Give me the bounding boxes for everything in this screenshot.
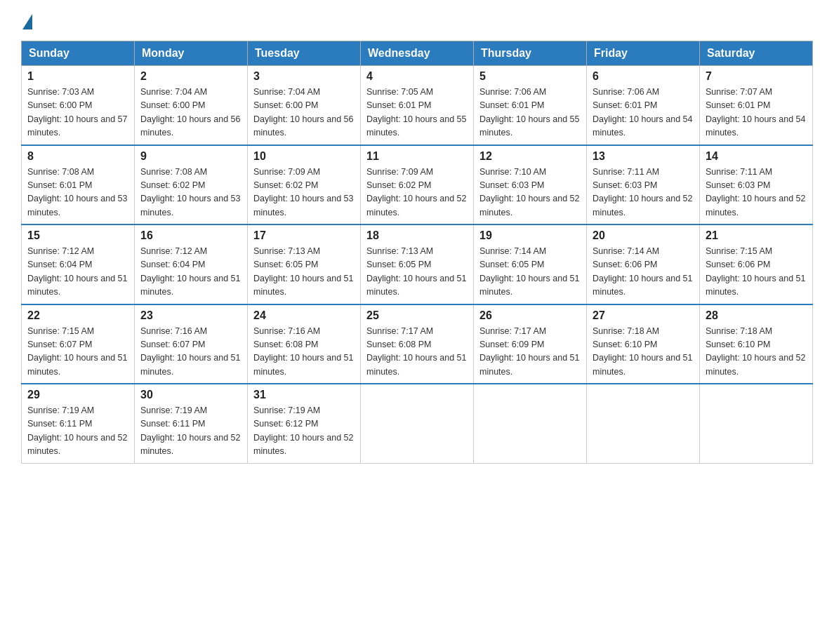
calendar-cell: 23Sunrise: 7:16 AMSunset: 6:07 PMDayligh… bbox=[135, 304, 248, 384]
calendar-cell bbox=[700, 384, 813, 463]
day-info: Sunrise: 7:10 AMSunset: 6:03 PMDaylight:… bbox=[479, 166, 581, 220]
day-number: 18 bbox=[366, 229, 468, 242]
day-number: 13 bbox=[593, 150, 694, 163]
day-info: Sunrise: 7:06 AMSunset: 6:01 PMDaylight:… bbox=[593, 86, 694, 140]
day-number: 17 bbox=[253, 229, 355, 242]
day-number: 20 bbox=[593, 229, 694, 242]
day-info: Sunrise: 7:14 AMSunset: 6:06 PMDaylight:… bbox=[593, 245, 694, 300]
calendar-week-5: 29Sunrise: 7:19 AMSunset: 6:11 PMDayligh… bbox=[22, 384, 813, 463]
day-number: 2 bbox=[140, 70, 241, 83]
calendar-cell: 30Sunrise: 7:19 AMSunset: 6:11 PMDayligh… bbox=[135, 384, 248, 463]
calendar-cell: 4Sunrise: 7:05 AMSunset: 6:01 PMDaylight… bbox=[361, 66, 474, 145]
day-info: Sunrise: 7:12 AMSunset: 6:04 PMDaylight:… bbox=[140, 245, 241, 300]
calendar-cell: 18Sunrise: 7:13 AMSunset: 6:05 PMDayligh… bbox=[361, 224, 474, 304]
day-number: 4 bbox=[366, 70, 468, 83]
calendar-week-1: 1Sunrise: 7:03 AMSunset: 6:00 PMDaylight… bbox=[22, 66, 813, 145]
calendar-week-3: 15Sunrise: 7:12 AMSunset: 6:04 PMDayligh… bbox=[22, 224, 813, 304]
calendar-cell: 19Sunrise: 7:14 AMSunset: 6:05 PMDayligh… bbox=[474, 224, 587, 304]
calendar-cell: 9Sunrise: 7:08 AMSunset: 6:02 PMDaylight… bbox=[135, 145, 248, 225]
calendar-header-row: SundayMondayTuesdayWednesdayThursdayFrid… bbox=[22, 41, 813, 66]
day-info: Sunrise: 7:11 AMSunset: 6:03 PMDaylight:… bbox=[706, 166, 807, 220]
calendar-cell: 14Sunrise: 7:11 AMSunset: 6:03 PMDayligh… bbox=[700, 145, 813, 225]
day-number: 12 bbox=[479, 150, 581, 163]
day-info: Sunrise: 7:14 AMSunset: 6:05 PMDaylight:… bbox=[479, 245, 581, 300]
day-number: 29 bbox=[27, 389, 128, 401]
page-header bbox=[21, 14, 813, 27]
calendar-cell bbox=[587, 384, 700, 463]
day-number: 19 bbox=[479, 229, 581, 242]
day-number: 23 bbox=[140, 309, 241, 322]
calendar-cell: 31Sunrise: 7:19 AMSunset: 6:12 PMDayligh… bbox=[248, 384, 361, 463]
calendar-cell: 24Sunrise: 7:16 AMSunset: 6:08 PMDayligh… bbox=[248, 304, 361, 384]
day-info: Sunrise: 7:19 AMSunset: 6:11 PMDaylight:… bbox=[27, 404, 128, 459]
day-info: Sunrise: 7:18 AMSunset: 6:10 PMDaylight:… bbox=[593, 325, 694, 380]
calendar-cell: 10Sunrise: 7:09 AMSunset: 6:02 PMDayligh… bbox=[248, 145, 361, 225]
calendar-cell: 28Sunrise: 7:18 AMSunset: 6:10 PMDayligh… bbox=[700, 304, 813, 384]
calendar-cell: 8Sunrise: 7:08 AMSunset: 6:01 PMDaylight… bbox=[22, 145, 135, 225]
day-number: 25 bbox=[366, 309, 468, 322]
day-number: 30 bbox=[140, 389, 241, 401]
day-number: 8 bbox=[27, 150, 128, 163]
calendar-cell bbox=[474, 384, 587, 463]
calendar-cell: 12Sunrise: 7:10 AMSunset: 6:03 PMDayligh… bbox=[474, 145, 587, 225]
day-number: 24 bbox=[253, 309, 355, 322]
day-number: 27 bbox=[593, 309, 694, 322]
day-number: 5 bbox=[479, 70, 581, 83]
calendar-cell: 20Sunrise: 7:14 AMSunset: 6:06 PMDayligh… bbox=[587, 224, 700, 304]
day-info: Sunrise: 7:04 AMSunset: 6:00 PMDaylight:… bbox=[253, 86, 355, 140]
day-number: 16 bbox=[140, 229, 241, 242]
day-number: 10 bbox=[253, 150, 355, 163]
day-number: 14 bbox=[706, 150, 807, 163]
calendar-cell: 15Sunrise: 7:12 AMSunset: 6:04 PMDayligh… bbox=[22, 224, 135, 304]
day-header-thursday: Thursday bbox=[474, 41, 587, 66]
day-number: 9 bbox=[140, 150, 241, 163]
day-info: Sunrise: 7:15 AMSunset: 6:07 PMDaylight:… bbox=[27, 325, 128, 380]
calendar-cell: 25Sunrise: 7:17 AMSunset: 6:08 PMDayligh… bbox=[361, 304, 474, 384]
calendar-cell: 3Sunrise: 7:04 AMSunset: 6:00 PMDaylight… bbox=[248, 66, 361, 145]
calendar-cell: 29Sunrise: 7:19 AMSunset: 6:11 PMDayligh… bbox=[22, 384, 135, 463]
day-number: 26 bbox=[479, 309, 581, 322]
calendar-week-2: 8Sunrise: 7:08 AMSunset: 6:01 PMDaylight… bbox=[22, 145, 813, 225]
day-header-monday: Monday bbox=[135, 41, 248, 66]
day-number: 1 bbox=[27, 70, 128, 83]
day-info: Sunrise: 7:13 AMSunset: 6:05 PMDaylight:… bbox=[253, 245, 355, 300]
day-info: Sunrise: 7:12 AMSunset: 6:04 PMDaylight:… bbox=[27, 245, 128, 300]
day-info: Sunrise: 7:03 AMSunset: 6:00 PMDaylight:… bbox=[27, 86, 128, 140]
logo bbox=[21, 14, 34, 27]
day-number: 7 bbox=[706, 70, 807, 83]
day-header-sunday: Sunday bbox=[22, 41, 135, 66]
day-info: Sunrise: 7:09 AMSunset: 6:02 PMDaylight:… bbox=[366, 166, 468, 220]
day-number: 11 bbox=[366, 150, 468, 163]
day-info: Sunrise: 7:17 AMSunset: 6:08 PMDaylight:… bbox=[366, 325, 468, 380]
day-header-saturday: Saturday bbox=[700, 41, 813, 66]
day-info: Sunrise: 7:17 AMSunset: 6:09 PMDaylight:… bbox=[479, 325, 581, 380]
day-info: Sunrise: 7:07 AMSunset: 6:01 PMDaylight:… bbox=[706, 86, 807, 140]
calendar-cell bbox=[361, 384, 474, 463]
calendar-cell: 11Sunrise: 7:09 AMSunset: 6:02 PMDayligh… bbox=[361, 145, 474, 225]
calendar-cell: 22Sunrise: 7:15 AMSunset: 6:07 PMDayligh… bbox=[22, 304, 135, 384]
day-number: 21 bbox=[706, 229, 807, 242]
calendar-cell: 6Sunrise: 7:06 AMSunset: 6:01 PMDaylight… bbox=[587, 66, 700, 145]
calendar-table: SundayMondayTuesdayWednesdayThursdayFrid… bbox=[21, 41, 813, 464]
day-info: Sunrise: 7:18 AMSunset: 6:10 PMDaylight:… bbox=[706, 325, 807, 380]
day-info: Sunrise: 7:08 AMSunset: 6:01 PMDaylight:… bbox=[27, 166, 128, 220]
day-header-wednesday: Wednesday bbox=[361, 41, 474, 66]
day-number: 31 bbox=[253, 389, 355, 401]
calendar-cell: 1Sunrise: 7:03 AMSunset: 6:00 PMDaylight… bbox=[22, 66, 135, 145]
day-info: Sunrise: 7:19 AMSunset: 6:11 PMDaylight:… bbox=[140, 404, 241, 459]
day-info: Sunrise: 7:05 AMSunset: 6:01 PMDaylight:… bbox=[366, 86, 468, 140]
day-info: Sunrise: 7:16 AMSunset: 6:07 PMDaylight:… bbox=[140, 325, 241, 380]
calendar-cell: 26Sunrise: 7:17 AMSunset: 6:09 PMDayligh… bbox=[474, 304, 587, 384]
day-number: 28 bbox=[706, 309, 807, 322]
calendar-cell: 27Sunrise: 7:18 AMSunset: 6:10 PMDayligh… bbox=[587, 304, 700, 384]
calendar-cell: 7Sunrise: 7:07 AMSunset: 6:01 PMDaylight… bbox=[700, 66, 813, 145]
calendar-week-4: 22Sunrise: 7:15 AMSunset: 6:07 PMDayligh… bbox=[22, 304, 813, 384]
day-info: Sunrise: 7:13 AMSunset: 6:05 PMDaylight:… bbox=[366, 245, 468, 300]
day-info: Sunrise: 7:16 AMSunset: 6:08 PMDaylight:… bbox=[253, 325, 355, 380]
day-info: Sunrise: 7:06 AMSunset: 6:01 PMDaylight:… bbox=[479, 86, 581, 140]
day-info: Sunrise: 7:11 AMSunset: 6:03 PMDaylight:… bbox=[593, 166, 694, 220]
calendar-cell: 21Sunrise: 7:15 AMSunset: 6:06 PMDayligh… bbox=[700, 224, 813, 304]
day-number: 3 bbox=[253, 70, 355, 83]
day-header-friday: Friday bbox=[587, 41, 700, 66]
logo-triangle-icon bbox=[22, 14, 32, 29]
